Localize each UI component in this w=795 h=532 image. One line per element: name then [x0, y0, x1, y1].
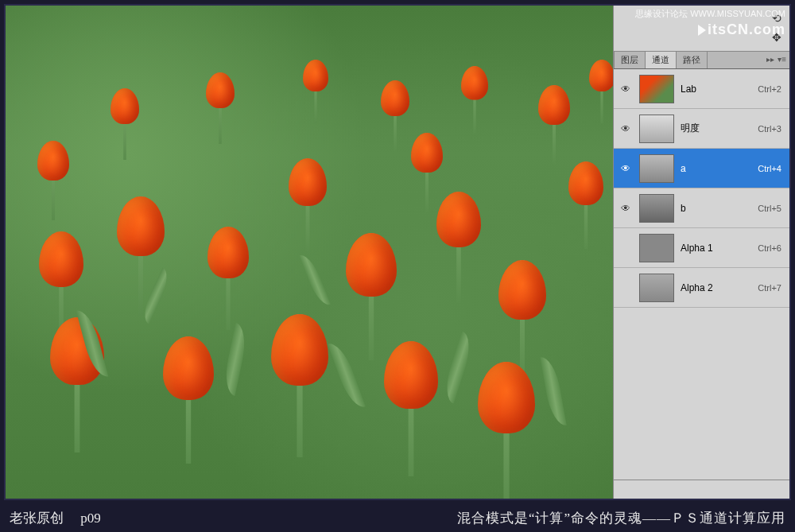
author-label: 老张原创 — [10, 511, 64, 526]
channel-shortcut: Ctrl+2 — [758, 84, 785, 94]
channel-row[interactable]: 👁bCtrl+5 — [614, 188, 789, 228]
panel-menu[interactable]: ▸▸ ▾≡ — [766, 55, 786, 64]
panel-footer — [614, 480, 789, 499]
panel-collapse-icon[interactable]: ▸▸ — [766, 55, 774, 64]
page-number: p09 — [80, 511, 101, 526]
visibility-toggle[interactable]: 👁 — [619, 83, 633, 95]
watermark: 思缘设计论坛 WWW.MISSYUAN.COM itsCN.com — [635, 8, 785, 38]
channel-name: Lab — [681, 83, 758, 95]
channel-name: Alpha 2 — [681, 282, 758, 293]
channel-thumbnail[interactable] — [639, 154, 674, 183]
tab-channels[interactable]: 通道 — [645, 51, 677, 68]
canvas[interactable] — [6, 6, 613, 499]
image-content — [6, 6, 613, 499]
channel-shortcut: Ctrl+3 — [758, 124, 785, 134]
channel-thumbnail[interactable] — [639, 194, 674, 223]
channel-name: 明度 — [681, 122, 758, 135]
visibility-toggle[interactable]: 👁 — [619, 163, 633, 174]
channel-thumbnail[interactable] — [639, 234, 674, 262]
channel-shortcut: Ctrl+7 — [758, 283, 785, 293]
visibility-toggle[interactable]: 👁 — [619, 123, 633, 134]
watermark-text: 思缘设计论坛 WWW.MISSYUAN.COM — [635, 8, 785, 20]
channel-thumbnail[interactable] — [639, 115, 674, 143]
channel-row[interactable]: Alpha 2Ctrl+7 — [614, 268, 789, 308]
panel-menu-icon[interactable]: ▾≡ — [778, 55, 786, 64]
caption-bar: 老张原创 p09 混合模式是“计算”命令的灵魂——ＰＳ通道计算应用 — [0, 503, 795, 532]
channel-name: Alpha 1 — [681, 243, 758, 254]
channel-row[interactable]: Alpha 1Ctrl+6 — [614, 228, 789, 268]
tab-paths[interactable]: 路径 — [676, 51, 708, 68]
app-frame: ⟲ ✥ 图层 通道 路径 ▸▸ ▾≡ 👁LabCtrl+2👁明度Ctrl+3👁a… — [4, 4, 791, 500]
panel-tabs: 图层 通道 路径 ▸▸ ▾≡ — [614, 52, 789, 69]
channel-shortcut: Ctrl+4 — [758, 164, 785, 173]
channel-shortcut: Ctrl+5 — [758, 204, 785, 213]
channel-row[interactable]: 👁明度Ctrl+3 — [614, 109, 789, 149]
channel-thumbnail[interactable] — [639, 274, 674, 302]
channel-shortcut: Ctrl+6 — [758, 243, 785, 253]
panels-column: ⟲ ✥ 图层 通道 路径 ▸▸ ▾≡ 👁LabCtrl+2👁明度Ctrl+3👁a… — [613, 6, 789, 499]
caption-right: 混合模式是“计算”命令的灵魂——ＰＳ通道计算应用 — [457, 509, 785, 527]
visibility-toggle[interactable]: 👁 — [619, 203, 633, 214]
channel-name: b — [681, 203, 758, 214]
channel-name: a — [681, 163, 758, 174]
channel-row[interactable]: 👁aCtrl+4 — [614, 149, 789, 188]
tab-layers[interactable]: 图层 — [614, 51, 646, 68]
watermark-logo: itsCN.com — [635, 21, 785, 38]
caption-left: 老张原创 p09 — [10, 509, 101, 527]
channel-row[interactable]: 👁LabCtrl+2 — [614, 69, 789, 109]
channel-thumbnail[interactable] — [639, 75, 674, 103]
channel-list: 👁LabCtrl+2👁明度Ctrl+3👁aCtrl+4👁bCtrl+5Alpha… — [614, 69, 789, 480]
